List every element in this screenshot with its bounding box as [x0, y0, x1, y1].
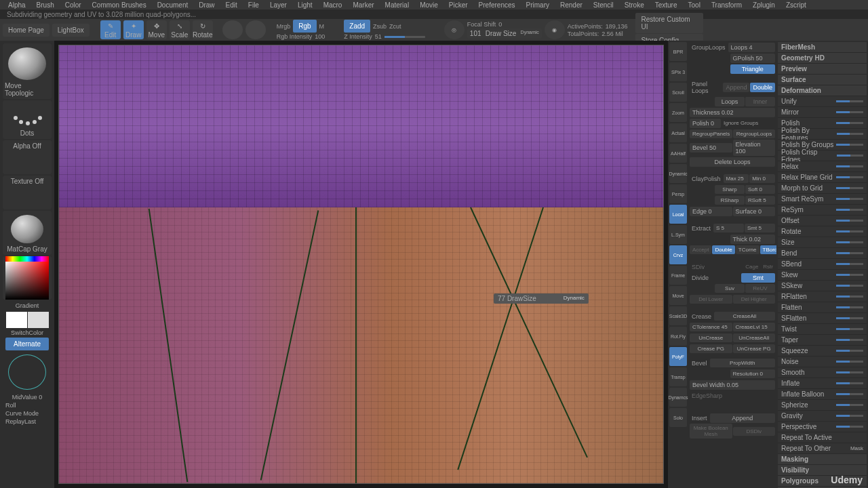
thick-slider[interactable]: Thick 0.02 — [730, 235, 776, 244]
sidetool-actual[interactable]: Actual — [669, 123, 687, 142]
sidetool-spix-3[interactable]: SPix 3 — [669, 62, 687, 81]
right-deformation[interactable]: Deformation — [778, 85, 867, 96]
soft-slider[interactable]: Soft 0 — [745, 185, 775, 194]
right-size[interactable]: Size — [778, 237, 867, 248]
resolution-slider[interactable]: Resolution 0 — [730, 369, 776, 378]
menu-marker[interactable]: Marker — [347, 0, 379, 9]
stroke-selector[interactable]: Dots — [3, 100, 52, 139]
propwidth-button[interactable]: PropWidth — [710, 359, 775, 367]
brush-selector[interactable]: Move Topologic — [3, 43, 52, 99]
menu-light[interactable]: Light — [292, 0, 318, 9]
menu-document[interactable]: Document — [152, 0, 194, 9]
ctolerance-slider[interactable]: CTolerance 45 — [690, 323, 732, 331]
suv-button[interactable]: Suv — [715, 284, 745, 293]
edit-mode-button[interactable]: ✎Edit — [100, 20, 121, 39]
menu-alpha[interactable]: Alpha — [3, 0, 31, 9]
right-sbend[interactable]: SBend — [778, 259, 867, 270]
menu-transform[interactable]: Transform — [706, 0, 747, 9]
bevelwidth-slider[interactable]: Bevel Width 0.05 — [690, 380, 775, 390]
menu-texture[interactable]: Texture — [650, 0, 683, 9]
right-perspective[interactable]: Perspective — [778, 422, 867, 432]
right-rotate[interactable]: Rotate — [778, 226, 867, 237]
s-slider[interactable]: S 5 — [713, 224, 744, 232]
sculptris-button[interactable] — [245, 20, 266, 39]
sidetool-crvz[interactable]: Crvz — [669, 245, 687, 264]
insert-append-button[interactable]: Append — [710, 413, 775, 423]
menu-zscript[interactable]: Zscript — [781, 0, 812, 9]
ignore-groups-toggle[interactable]: Ignore Groups — [722, 119, 760, 127]
del-higher-button[interactable]: Del Higher — [733, 295, 776, 304]
right-inflate[interactable]: Inflate — [778, 378, 867, 389]
rsoft-slider[interactable]: RSoft 5 — [745, 196, 775, 205]
alternate-button[interactable]: Alternate — [5, 338, 49, 350]
replay-last-button[interactable]: ReplayLast — [3, 418, 36, 425]
ploops-button[interactable]: Loops — [715, 97, 745, 106]
uncrease-button[interactable]: UnCrease — [690, 333, 732, 342]
draw-mode-button[interactable]: ✦Draw — [123, 20, 144, 39]
menu-material[interactable]: Material — [380, 0, 415, 9]
elevation-slider[interactable]: Elevation 100 — [733, 140, 776, 156]
sidetool-bpr[interactable]: BPR — [669, 42, 687, 61]
right-preview[interactable]: Preview — [778, 64, 867, 75]
right-unify[interactable]: Unify — [778, 96, 867, 107]
sidetool-dynamcs[interactable]: Dynamcs — [669, 388, 687, 407]
extract-double-button[interactable]: Double — [712, 245, 734, 254]
delete-loops-button[interactable]: Delete Loops — [690, 157, 775, 167]
sidetool-local[interactable]: Local — [669, 205, 687, 224]
rotate-mode-button[interactable]: ↻Rotate — [193, 20, 213, 39]
surface-slider[interactable]: Surface 0 — [733, 207, 776, 216]
right-repeat-to-other[interactable]: Repeat To OtherMask — [778, 443, 867, 454]
midvalue-slider[interactable]: MidValue 0 — [12, 394, 42, 401]
sidetool-frame[interactable]: Frame — [669, 266, 687, 285]
right-squeeze[interactable]: Squeeze — [778, 346, 867, 357]
right-flatten[interactable]: Flatten — [778, 302, 867, 313]
menu-preferences[interactable]: Preferences — [473, 0, 521, 9]
home-button[interactable]: Home Page — [3, 24, 50, 37]
sidetool-polyf[interactable]: PolyF — [669, 347, 687, 366]
sidetool-l-sym[interactable]: L.Sym — [669, 225, 687, 244]
scale-mode-button[interactable]: ⤡Scale — [170, 20, 190, 39]
polish-slider[interactable]: Polish 0 — [690, 119, 721, 128]
rstr-button[interactable]: Rstr — [761, 262, 775, 271]
switch-color-button[interactable]: SwitchColor — [11, 329, 43, 336]
restore-ui-button[interactable]: Restore Custom UI — [635, 13, 703, 33]
right-surface[interactable]: Surface — [778, 75, 867, 85]
lightbox-button[interactable]: LightBox — [52, 24, 90, 37]
right-polish-by-features[interactable]: Polish By Features — [778, 129, 867, 140]
viewport[interactable]: 77 DrawSizeDynamic — [54, 41, 668, 488]
uncreaseall-button[interactable]: UnCreaseAll — [733, 333, 776, 342]
reuv-button[interactable]: ReUV — [745, 284, 775, 293]
tcorner-button[interactable]: TCorne — [736, 245, 760, 254]
make-boolean-button[interactable]: Make Boolean Mesh — [690, 424, 732, 439]
min-slider[interactable]: Min 0 — [749, 174, 775, 183]
rsharp-button[interactable]: RSharp — [715, 196, 745, 205]
menu-picker[interactable]: Picker — [443, 0, 473, 9]
color-swatches[interactable] — [6, 312, 49, 328]
regroup-loops-button[interactable]: RegroupLoops — [733, 129, 775, 138]
menu-zplugin[interactable]: Zplugin — [747, 0, 781, 9]
inner-button[interactable]: Inner — [745, 97, 775, 106]
creasepg-button[interactable]: Crease PG — [690, 344, 732, 353]
right-relax-plane-grid[interactable]: Relax Plane Grid — [778, 172, 867, 183]
bevel-button[interactable]: Bevel — [690, 359, 709, 368]
mrgb-button[interactable]: Mrgb — [277, 23, 291, 30]
menu-common-brushes[interactable]: Common Brushes — [87, 0, 152, 9]
texture-selector[interactable]: Texture Off — [3, 176, 52, 209]
focal-shift-icon[interactable]: ◎ — [444, 20, 465, 39]
sidetool-transp[interactable]: Transp — [669, 367, 687, 386]
menu-stencil[interactable]: Stencil — [588, 0, 619, 9]
gizmo-button[interactable] — [222, 20, 243, 39]
right-mirror[interactable]: Mirror — [778, 107, 867, 118]
max-slider[interactable]: Max 25 — [724, 174, 749, 183]
menu-tool[interactable]: Tool — [683, 0, 706, 9]
menu-edit[interactable]: Edit — [220, 0, 243, 9]
accept-button[interactable]: Accept — [690, 245, 711, 254]
uncreasepg-button[interactable]: UnCrease PG — [733, 344, 776, 353]
sidetool-zoom[interactable]: Zoom — [669, 103, 687, 122]
color-picker[interactable] — [3, 256, 52, 300]
append-button[interactable]: Append — [723, 83, 749, 92]
right-resym[interactable]: ReSym — [778, 205, 867, 216]
dynamic-brush-icon[interactable]: ◉ — [545, 20, 565, 39]
double-button[interactable]: Double — [750, 83, 775, 92]
cage-button[interactable]: Cage — [743, 262, 760, 271]
